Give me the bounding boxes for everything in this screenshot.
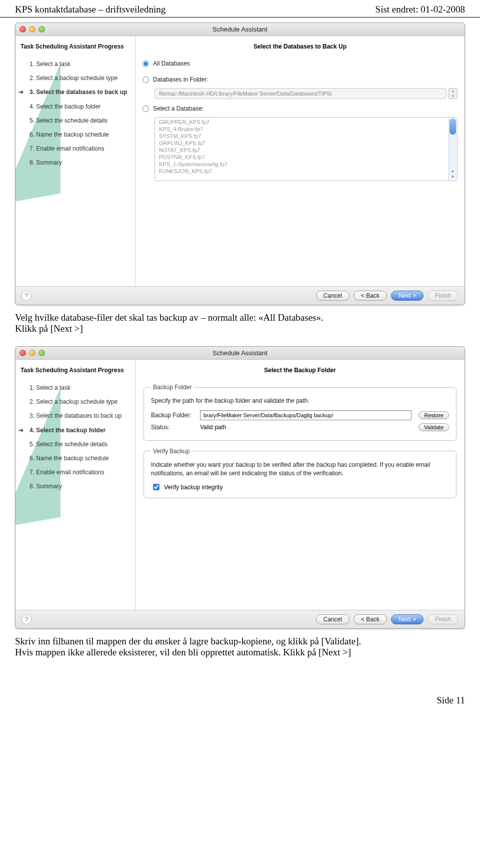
sidebar-step: 7. Enable email notifications	[16, 465, 135, 479]
sidebar-step: 6. Name the backup schedule	[16, 128, 135, 142]
back-button[interactable]: < Back	[354, 614, 387, 624]
cancel-button[interactable]: Cancel	[316, 614, 350, 624]
list-item[interactable]: KPS_4-Bruker.fp7	[155, 126, 457, 133]
group-legend: Backup Folder	[151, 384, 194, 391]
status-label: Status:	[151, 424, 196, 431]
header-left: KPS kontaktdatabase – driftsveiledning	[15, 4, 166, 15]
sidebar: Task Scheduling Assistant Progress 1. Se…	[16, 36, 136, 286]
folder-path-row: filemac:/Macintosh HD/Library/FileMaker …	[154, 88, 458, 99]
sidebar-step: 8. Summary	[16, 479, 135, 493]
main-panel: Select the Databases to Back Up All Data…	[136, 36, 464, 286]
panel-title: Select the Databases to Back Up	[142, 43, 458, 50]
list-item[interactable]: GRUPPER_KPS.fp7	[155, 119, 457, 126]
backup-folder-row: Backup Folder: Restore	[151, 410, 449, 420]
doc-header: KPS kontaktdatabase – driftsveiledning S…	[0, 0, 480, 18]
main-panel: Select the Backup Folder Backup Folder S…	[136, 360, 464, 610]
window-footer: ? Cancel < Back Next > Finish	[16, 610, 464, 628]
sidebar-step: 8. Summary	[16, 156, 135, 170]
verify-checkbox-row[interactable]: Verify backup integrity	[151, 482, 449, 492]
scroll-thumb[interactable]	[450, 119, 456, 135]
sidebar-step: 1. Select a task	[16, 57, 135, 71]
sidebar-step: 2. Select a backup schedule type	[16, 395, 135, 409]
list-item[interactable]: KPS_1-Systemansvarlig.fp7	[155, 161, 457, 168]
finish-button: Finish	[428, 291, 458, 301]
list-item[interactable]: FUNKSJON_KPS.fp7	[155, 168, 457, 175]
verify-backup-group: Verify Backup Indicate whether you want …	[144, 448, 456, 499]
radio-select-label: Select a Database:	[153, 105, 204, 112]
window-title: Schedule Assistant	[16, 349, 464, 357]
radio-all-input[interactable]	[142, 61, 149, 67]
page-footer: Side 11	[0, 665, 480, 716]
stepper-icon[interactable]: ▲▼	[448, 88, 458, 99]
step-list: 1. Select a task2. Select a backup sched…	[16, 381, 135, 494]
verify-checkbox[interactable]	[153, 484, 160, 490]
radio-select-db[interactable]: Select a Database:	[142, 105, 458, 112]
radio-all-databases[interactable]: All Databases	[142, 60, 458, 67]
restore-button[interactable]: Restore	[418, 411, 449, 419]
list-item[interactable]: NOTAT_KPS.fp7	[155, 147, 457, 154]
step-list: 1. Select a task2. Select a backup sched…	[16, 57, 135, 170]
sidebar-step: 4. Select the backup folder	[16, 423, 135, 437]
titlebar: Schedule Assistant	[16, 23, 464, 36]
next-button[interactable]: Next >	[391, 614, 424, 624]
radio-folder-input[interactable]	[142, 77, 149, 83]
scroll-up-icon[interactable]: ▲	[449, 168, 456, 174]
help-icon[interactable]: ?	[22, 614, 32, 624]
group-legend: Verify Backup	[151, 448, 192, 455]
window-title: Schedule Assistant	[16, 26, 464, 33]
cancel-button[interactable]: Cancel	[316, 291, 350, 301]
radio-select-input[interactable]	[142, 106, 149, 112]
sidebar: Task Scheduling Assistant Progress 1. Se…	[16, 360, 136, 610]
help-icon[interactable]: ?	[22, 291, 32, 301]
backup-folder-group: Backup Folder Specify the path for the b…	[144, 384, 456, 441]
caption-2: Skriv inn filbanen til mappen der du øns…	[0, 629, 480, 665]
window-1: Schedule Assistant Task Scheduling Assis…	[15, 23, 465, 305]
group-desc: Indicate whether you want your backup to…	[151, 461, 449, 478]
sidebar-step: 5. Select the schedule details	[16, 437, 135, 451]
scrollbar[interactable]: ▲ ▼	[448, 118, 456, 180]
status-value: Valid path	[200, 424, 412, 431]
panel-title: Select the Backup Folder	[142, 367, 458, 374]
back-button[interactable]: < Back	[354, 291, 387, 301]
sidebar-step: 3. Select the databases to back up	[16, 409, 135, 423]
sidebar-step: 7. Enable email notifications	[16, 142, 135, 156]
folder-path-field[interactable]: filemac:/Macintosh HD/Library/FileMaker …	[154, 88, 446, 99]
sidebar-title: Task Scheduling Assistant Progress	[16, 364, 135, 381]
backup-folder-label: Backup Folder:	[151, 412, 196, 419]
sidebar-step: 3. Select the databases to back up	[16, 85, 135, 99]
sidebar-step: 6. Name the backup schedule	[16, 451, 135, 465]
header-right: Sist endret: 01-02-2008	[376, 4, 465, 15]
sidebar-step: 1. Select a task	[16, 381, 135, 395]
sidebar-step: 2. Select a backup schedule type	[16, 71, 135, 85]
radio-folder-label: Databases in Folder:	[153, 76, 208, 83]
list-item[interactable]: GRPLINJ_KPS.fp7	[155, 140, 457, 147]
backup-folder-input[interactable]	[200, 410, 412, 420]
finish-button: Finish	[428, 614, 458, 624]
list-item[interactable]: POSTNR_KPS.fp7	[155, 154, 457, 161]
verify-checkbox-label: Verify backup integrity	[164, 484, 222, 491]
window-footer: ? Cancel < Back Next > Finish	[16, 286, 464, 305]
validate-button[interactable]: Validate	[418, 423, 449, 431]
titlebar: Schedule Assistant	[16, 347, 464, 360]
database-listbox[interactable]: GRUPPER_KPS.fp7KPS_4-Bruker.fp7SYSTM_KPS…	[154, 117, 458, 181]
radio-all-label: All Databases	[153, 60, 190, 67]
caption-1: Velg hvilke database-filer det skal tas …	[0, 305, 480, 341]
list-item[interactable]: SYSTM_KPS.fp7	[155, 133, 457, 140]
group-desc: Specify the path for the backup folder a…	[151, 397, 449, 405]
sidebar-step: 4. Select the backup folder	[16, 100, 135, 114]
sidebar-title: Task Scheduling Assistant Progress	[16, 40, 135, 57]
window-2: Schedule Assistant Task Scheduling Assis…	[15, 346, 465, 629]
status-row: Status: Valid path Validate	[151, 423, 449, 431]
radio-folder[interactable]: Databases in Folder:	[142, 76, 458, 83]
scroll-down-icon[interactable]: ▼	[449, 174, 456, 180]
sidebar-step: 5. Select the schedule details	[16, 114, 135, 128]
next-button[interactable]: Next >	[391, 291, 424, 301]
